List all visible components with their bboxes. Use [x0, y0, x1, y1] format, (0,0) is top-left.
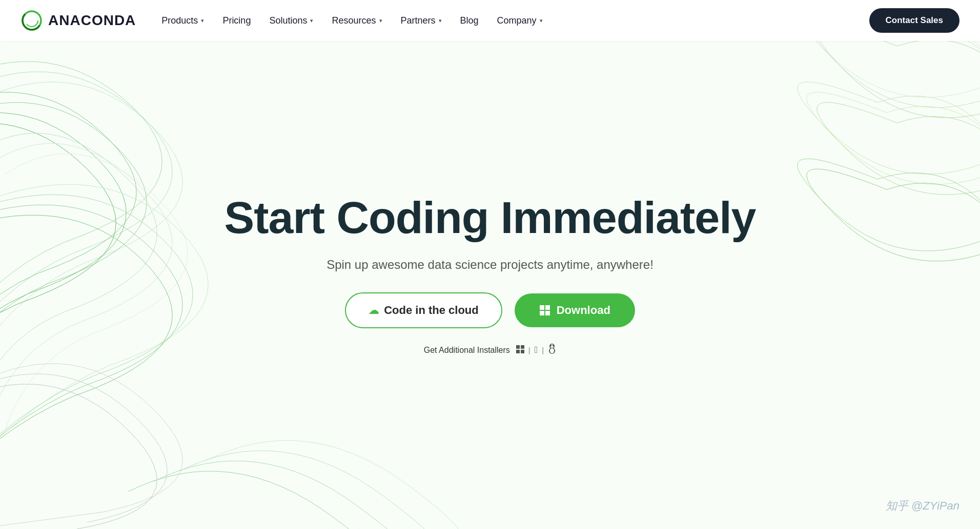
nav-item-products[interactable]: Products ▾ — [161, 15, 204, 26]
logo[interactable]: ANACONDA — [21, 9, 136, 32]
nav-item-resources[interactable]: Resources ▾ — [332, 15, 382, 26]
hero-content: Start Coding Immediately Spin up awesome… — [224, 193, 756, 357]
separator: | — [528, 346, 530, 354]
svg-rect-9 — [516, 350, 520, 353]
svg-rect-8 — [521, 345, 524, 349]
nav-item-solutions[interactable]: Solutions ▾ — [269, 15, 313, 26]
nav-item-partners[interactable]: Partners ▾ — [401, 15, 442, 26]
chevron-down-icon: ▾ — [310, 17, 313, 24]
nav-links: Products ▾ Pricing Solutions ▾ Resources… — [161, 15, 869, 26]
navbar: ANACONDA Products ▾ Pricing Solutions ▾ … — [0, 0, 980, 41]
chevron-down-icon: ▾ — [379, 17, 382, 24]
svg-point-15 — [550, 345, 552, 346]
svg-rect-6 — [545, 311, 550, 315]
svg-rect-10 — [521, 350, 524, 353]
svg-rect-4 — [545, 305, 550, 310]
watermark: 知乎 @ZYiPan — [886, 498, 959, 514]
windows-icon — [539, 305, 550, 316]
code-in-cloud-button[interactable]: ☁ Code in the cloud — [345, 292, 502, 328]
chevron-down-icon: ▾ — [201, 17, 204, 24]
hero-subtitle: Spin up awesome data science projects an… — [326, 258, 654, 272]
hero-buttons: ☁ Code in the cloud Download — [345, 292, 635, 328]
logo-text: ANACONDA — [48, 12, 136, 29]
additional-installers: Get Additional Installers |  | — [424, 344, 556, 356]
hero-section: Start Coding Immediately Spin up awesome… — [0, 0, 980, 529]
contact-sales-button[interactable]: Contact Sales — [869, 8, 959, 33]
nav-item-blog[interactable]: Blog — [460, 15, 479, 26]
svg-point-12 — [550, 345, 554, 348]
apple-installer-icon[interactable]:  — [535, 345, 538, 355]
svg-point-2 — [26, 14, 38, 27]
svg-point-14 — [550, 348, 554, 353]
svg-rect-5 — [540, 311, 544, 315]
hero-title: Start Coding Immediately — [224, 193, 756, 243]
windows-installer-icon[interactable] — [516, 345, 524, 355]
anaconda-logo-icon — [21, 9, 43, 32]
nav-item-company[interactable]: Company ▾ — [497, 15, 543, 26]
cloud-icon: ☁ — [369, 304, 379, 316]
separator: | — [542, 346, 544, 354]
chevron-down-icon: ▾ — [439, 17, 442, 24]
linux-installer-icon[interactable] — [548, 344, 556, 356]
download-button[interactable]: Download — [515, 293, 635, 327]
svg-rect-7 — [516, 345, 520, 349]
svg-rect-3 — [540, 305, 544, 310]
nav-item-pricing[interactable]: Pricing — [222, 15, 251, 26]
svg-point-16 — [553, 345, 554, 346]
installer-icons: |  | — [516, 344, 556, 356]
chevron-down-icon: ▾ — [540, 17, 543, 24]
